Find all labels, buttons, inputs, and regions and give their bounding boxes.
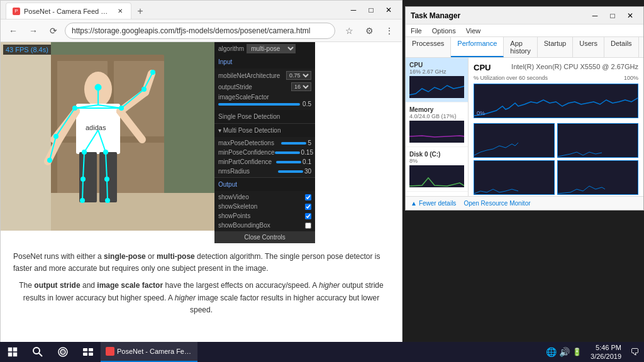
task-manager-window: Task Manager ─ □ ✕ File Options View Pro… bbox=[405, 6, 644, 211]
tm-cpu-big-graph: 0% bbox=[474, 84, 638, 118]
min-pose-conf-label: minPoseConfidence bbox=[218, 149, 275, 156]
tm-cpu-graph-2 bbox=[557, 123, 638, 158]
tm-cpu-graph-3 bbox=[474, 160, 555, 195]
tm-tab-startup[interactable]: Startup bbox=[538, 37, 573, 57]
svg-rect-56 bbox=[83, 353, 87, 356]
tm-tab-apphistory[interactable]: App history bbox=[504, 37, 537, 57]
show-bounding-label: showBoundingBox bbox=[218, 222, 270, 229]
tm-sidebar-disk0[interactable]: Disk 0 (C:) 8% bbox=[406, 147, 468, 192]
tm-maximize-button[interactable]: □ bbox=[604, 9, 621, 22]
tm-open-resource-monitor-link[interactable]: Open Resource Monitor bbox=[464, 200, 530, 207]
tm-menu-file[interactable]: File bbox=[406, 25, 427, 36]
taskbar-search-icon[interactable] bbox=[25, 342, 50, 362]
browser-content: adidas bbox=[1, 42, 402, 342]
svg-line-51 bbox=[39, 353, 42, 356]
taskbar-clock[interactable]: 5:46 PM 3/26/2019 bbox=[586, 343, 626, 361]
tab-close-button[interactable]: ✕ bbox=[116, 7, 125, 16]
desc-paragraph-2: The output stride and image scale factor… bbox=[13, 280, 389, 316]
volume-tray-icon[interactable]: 🔊 bbox=[559, 347, 570, 357]
input-section-label: Input bbox=[218, 57, 311, 67]
tm-sidebar-cpu-graph bbox=[409, 76, 464, 98]
browser-close-button[interactable]: ✕ bbox=[380, 4, 397, 16]
cpu-graph-4-svg bbox=[558, 161, 638, 195]
browser-toolbar: ← → ⟳ ☆ ⚙ ⋮ bbox=[1, 19, 402, 42]
browser-minimize-button[interactable]: ─ bbox=[345, 4, 362, 16]
tm-tab-users[interactable]: Users bbox=[573, 37, 604, 57]
min-pose-conf-value: 0.15 bbox=[301, 149, 313, 156]
network-tray-icon[interactable]: 🌐 bbox=[546, 347, 557, 357]
show-skeleton-checkbox[interactable] bbox=[305, 204, 311, 210]
scale-factor-value: 0.5 bbox=[303, 101, 311, 107]
tm-sidebar-cpu[interactable]: CPU 16% 2.67 GHz bbox=[406, 58, 468, 102]
nms-radius-label: nmsRadius bbox=[218, 168, 250, 175]
nms-radius-slider[interactable] bbox=[278, 170, 303, 173]
tm-fewer-details-link[interactable]: ▲ Fewer details bbox=[411, 200, 456, 207]
max-pose-slider[interactable] bbox=[281, 142, 306, 145]
taskview-icon bbox=[82, 346, 94, 358]
extensions-button[interactable]: ⚙ bbox=[360, 22, 378, 40]
mobilenet-select[interactable]: 0.75 bbox=[286, 71, 311, 80]
tab-label: PoseNet - Camera Feed De... bbox=[24, 8, 112, 15]
scale-factor-slider[interactable] bbox=[218, 103, 300, 106]
min-part-conf-slider[interactable] bbox=[276, 161, 301, 163]
show-skeleton-label: showSkeleton bbox=[218, 203, 257, 210]
pose-canvas: adidas bbox=[1, 42, 214, 231]
tm-tab-processes[interactable]: Processes bbox=[406, 37, 451, 57]
browser-tab-active[interactable]: P PoseNet - Camera Feed De... ✕ bbox=[6, 3, 131, 19]
taskbar-taskview-icon[interactable] bbox=[75, 342, 101, 362]
refresh-button[interactable]: ⟳ bbox=[45, 22, 62, 40]
scale-factor-label: imageScaleFactor bbox=[218, 94, 269, 101]
tm-menubar: File Options View bbox=[406, 25, 643, 37]
start-button[interactable] bbox=[0, 342, 25, 362]
single-pose-label[interactable]: Single Pose Detection bbox=[218, 112, 311, 121]
taskbar-browser-app[interactable]: PoseNet - Camera Feed De... bbox=[101, 342, 197, 362]
taskbar-running-apps: PoseNet - Camera Feed De... bbox=[101, 342, 197, 362]
notification-icon[interactable]: 🗨 bbox=[630, 347, 639, 357]
tm-sidebar-cpu-name: CPU bbox=[409, 62, 464, 69]
tm-minimize-button[interactable]: ─ bbox=[587, 9, 603, 22]
tm-sidebar-memory[interactable]: Memory 4.0/24.0 GB (17%) bbox=[406, 102, 468, 147]
tm-tab-services[interactable]: Services bbox=[639, 37, 644, 57]
tm-cpu-graph-1 bbox=[474, 123, 555, 158]
nms-radius-value: 30 bbox=[304, 168, 311, 175]
svg-point-53 bbox=[60, 349, 65, 354]
taskbar-date: 3/26/2019 bbox=[591, 352, 621, 361]
close-controls-button[interactable]: Close Controls bbox=[214, 231, 315, 243]
taskbar-tray-icons: 🌐 🔊 🔋 bbox=[546, 347, 582, 357]
show-points-label: showPoints bbox=[218, 212, 250, 219]
output-stride-label: outputStride bbox=[218, 84, 252, 90]
tm-cpu-name: CPU bbox=[474, 63, 491, 72]
battery-tray-icon[interactable]: 🔋 bbox=[572, 348, 582, 356]
svg-line-43 bbox=[82, 179, 83, 200]
controls-multi-pose: maxPoseDetections 5 minPoseConfidence bbox=[214, 137, 315, 177]
back-button[interactable]: ← bbox=[4, 22, 22, 40]
tm-menu-options[interactable]: Options bbox=[427, 25, 461, 36]
forward-button[interactable]: → bbox=[25, 22, 42, 40]
browser-titlebar: P PoseNet - Camera Feed De... ✕ + ─ □ ✕ bbox=[1, 1, 402, 19]
tm-sidebar-disk1[interactable]: Disk 1 (E: F: K) 0% bbox=[406, 192, 468, 196]
bookmark-button[interactable]: ☆ bbox=[340, 22, 358, 40]
taskbar-cortana-icon[interactable] bbox=[50, 342, 75, 362]
show-video-checkbox[interactable] bbox=[305, 194, 311, 200]
tm-menu-view[interactable]: View bbox=[461, 25, 486, 36]
show-points-checkbox[interactable] bbox=[305, 213, 311, 219]
tm-sidebar-disk0-name: Disk 0 (C:) bbox=[409, 151, 464, 158]
tm-sidebar-memory-name: Memory bbox=[409, 106, 464, 113]
new-tab-button[interactable]: + bbox=[133, 4, 148, 19]
tm-close-button[interactable]: ✕ bbox=[622, 9, 638, 22]
browser-tabs: P PoseNet - Camera Feed De... ✕ + bbox=[6, 1, 148, 19]
address-bar[interactable] bbox=[65, 23, 335, 39]
algorithm-select[interactable]: multi-pose single-pose bbox=[247, 44, 296, 53]
browser-maximize-button[interactable]: □ bbox=[363, 4, 379, 16]
min-pose-conf-slider[interactable] bbox=[275, 151, 300, 154]
menu-button[interactable]: ⋮ bbox=[380, 22, 398, 40]
output-stride-select[interactable]: 16 bbox=[291, 82, 311, 91]
tm-utilization-label: % Utilization over 60 seconds 100% bbox=[474, 75, 638, 81]
search-icon bbox=[32, 346, 43, 358]
show-bounding-checkbox[interactable] bbox=[305, 222, 311, 229]
demo-text-content: PoseNet runs with either a single-pose o… bbox=[13, 251, 389, 316]
svg-rect-48 bbox=[8, 353, 12, 356]
tm-sidebar-memory-detail: 4.0/24.0 GB (17%) bbox=[409, 113, 464, 119]
tm-tab-performance[interactable]: Performance bbox=[451, 37, 504, 57]
tm-tab-details[interactable]: Details bbox=[604, 37, 639, 57]
